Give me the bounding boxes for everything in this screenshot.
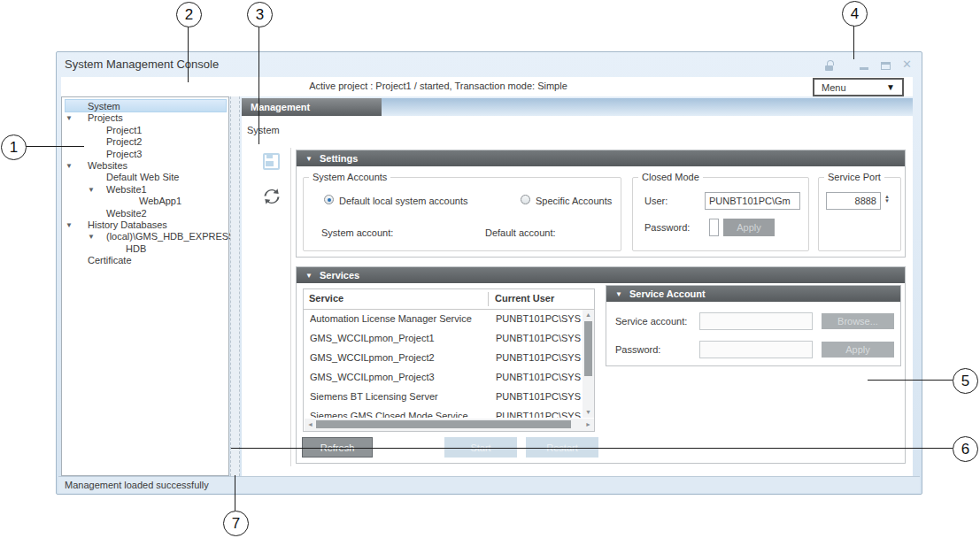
scroll-right-icon[interactable]: ► <box>585 421 591 427</box>
vertical-scrollbar[interactable]: ▲ ▼ <box>583 310 594 418</box>
tree-item-label: Website1 <box>106 184 147 195</box>
tree-item-hdb-express[interactable]: ▼ (local)\GMS_HDB_EXPRESS <box>62 231 228 243</box>
horizontal-scrollbar[interactable]: ◄ ► <box>305 419 594 431</box>
scroll-left-icon[interactable]: ◄ <box>307 421 313 427</box>
tree-item-website2[interactable]: Website2 <box>62 208 228 220</box>
closed-mode-apply-button[interactable]: Apply <box>723 219 775 236</box>
callout-5-label: 5 <box>961 373 969 390</box>
table-row[interactable]: Siemens GMS Closed Mode Service PUNBT101… <box>305 411 583 418</box>
callout-7-label: 7 <box>232 515 240 533</box>
radio-default-local-system-accounts[interactable] <box>324 195 334 204</box>
tab-strip: Management <box>242 98 913 116</box>
chevron-down-icon: ▼ <box>886 82 895 92</box>
service-account-field[interactable] <box>699 312 813 330</box>
column-divider[interactable] <box>488 292 489 306</box>
table-row[interactable]: GMS_WCCILpmon_Project2 PUNBT101PC\SYS <box>305 352 583 372</box>
vertical-scrollbar-thumb[interactable] <box>584 321 592 376</box>
browse-button-label: Browse... <box>837 316 878 327</box>
tree-item-certificate[interactable]: Certificate <box>62 255 228 267</box>
callout-line-4 <box>853 26 854 59</box>
settings-panel: ▼ Settings System Accounts Default local… <box>296 150 906 258</box>
default-account-label: Default account: <box>485 227 556 238</box>
table-row[interactable]: GMS_WCCILpmon_Project3 PUNBT101PC\SYS <box>305 372 583 391</box>
callout-3: 3 <box>247 2 273 27</box>
radio-specific-accounts[interactable] <box>521 195 530 204</box>
save-icon[interactable] <box>263 153 280 170</box>
tree-item-label: Project2 <box>106 136 142 147</box>
tree-item-projects[interactable]: ▼ Projects <box>62 112 228 125</box>
tree-item-webapp1[interactable]: WebApp1 <box>62 196 228 208</box>
callout-line-3 <box>259 27 259 144</box>
collapse-arrow-icon: ▼ <box>305 272 313 280</box>
callout-line-7 <box>235 475 235 511</box>
tree-item-label: History Databases <box>88 219 167 230</box>
status-bar: Management loaded successfully <box>58 476 920 493</box>
spinner-down-icon[interactable]: ▼ <box>884 199 890 204</box>
scroll-up-icon[interactable]: ▲ <box>585 311 591 318</box>
service-account-apply-button[interactable]: Apply <box>822 342 894 358</box>
callout-4: 4 <box>842 1 868 27</box>
horizontal-scrollbar-thumb[interactable] <box>316 420 571 428</box>
service-port-stepper[interactable]: ▲ ▼ <box>884 195 890 204</box>
collapse-arrow-icon[interactable]: ▼ <box>88 186 95 194</box>
system-accounts-legend: System Accounts <box>309 172 390 182</box>
tree-item-label: Websites <box>88 160 127 171</box>
tree-item-system[interactable]: System <box>62 101 228 113</box>
tree-item-website1[interactable]: ▼ Website1 <box>62 184 228 196</box>
column-header-current-user[interactable]: Current User <box>495 293 554 304</box>
collapse-arrow-icon[interactable]: ▼ <box>66 162 73 170</box>
tree-item-history-databases[interactable]: ▼ History Databases <box>62 219 228 232</box>
minimize-button[interactable] <box>860 67 868 70</box>
tree-item-label: System <box>88 101 120 112</box>
tab-management[interactable]: Management <box>242 98 382 116</box>
tree-item-label: (local)\GMS_HDB_EXPRESS <box>106 231 235 242</box>
apply-button-label: Apply <box>737 222 761 233</box>
table-row[interactable]: Automation License Manager Service PUNBT… <box>305 313 583 333</box>
service-port-legend: Service Port <box>824 172 884 182</box>
service-account-panel-header[interactable]: ▼ Service Account <box>606 286 900 302</box>
close-button[interactable]: ✕ <box>902 58 912 71</box>
tree-item-project3[interactable]: Project3 <box>62 149 228 161</box>
current-user-cell: PUNBT101PC\SYS <box>496 333 582 343</box>
user-field[interactable] <box>705 192 800 210</box>
services-panel-title: Services <box>320 270 359 281</box>
browse-button[interactable]: Browse... <box>822 313 894 329</box>
collapse-arrow-icon[interactable]: ▼ <box>88 233 95 241</box>
tree-item-label: Project3 <box>106 149 142 159</box>
column-header-service[interactable]: Service <box>309 293 343 304</box>
password-field[interactable] <box>709 219 719 236</box>
service-account-password-field[interactable] <box>699 341 813 358</box>
user-label: User: <box>644 196 667 206</box>
collapse-arrow-icon[interactable]: ▼ <box>66 221 73 229</box>
tree-item-hdb[interactable]: HDB <box>62 243 228 256</box>
settings-panel-title: Settings <box>320 153 358 164</box>
tree-item-websites[interactable]: ▼ Websites <box>62 160 228 173</box>
collapse-arrow-icon[interactable]: ▼ <box>66 114 73 122</box>
tree-item-project2[interactable]: Project2 <box>62 136 228 149</box>
lock-icon <box>825 60 834 71</box>
services-panel-header[interactable]: ▼ Services <box>297 267 905 283</box>
tree-item-default-web-site[interactable]: Default Web Site <box>62 172 228 184</box>
scroll-down-icon[interactable]: ▼ <box>585 409 591 415</box>
maximize-button[interactable] <box>881 62 891 70</box>
service-port-field[interactable] <box>826 192 881 210</box>
table-row[interactable]: GMS_WCCILpmon_Project1 PUNBT101PC\SYS <box>305 333 583 352</box>
menu-dropdown[interactable]: Menu ▼ <box>813 78 904 96</box>
callout-4-label: 4 <box>851 5 859 23</box>
refresh-icon[interactable] <box>262 187 282 210</box>
callout-3-label: 3 <box>256 6 264 24</box>
tree-item-label: Certificate <box>88 255 132 265</box>
settings-panel-header[interactable]: ▼ Settings <box>297 150 905 166</box>
service-name-cell: Siemens GMS Closed Mode Service <box>310 411 487 418</box>
current-user-cell: PUNBT101PC\SYS <box>496 372 582 382</box>
tree-main-splitter[interactable] <box>230 96 240 476</box>
table-row[interactable]: Siemens BT Licensing Server PUNBT101PC\S… <box>305 391 583 411</box>
apply-button-label: Apply <box>845 344 870 355</box>
current-user-cell: PUNBT101PC\SYS <box>496 313 582 324</box>
current-user-cell: PUNBT101PC\SYS <box>496 411 582 418</box>
closed-mode-group: Closed Mode User: Password: Apply <box>632 177 809 251</box>
tree-item-project1[interactable]: Project1 <box>62 125 228 137</box>
app-window: System Management Console ✕ Active proje… <box>56 51 922 495</box>
callout-line-2 <box>188 27 189 82</box>
radio-selected-dot <box>328 198 331 202</box>
